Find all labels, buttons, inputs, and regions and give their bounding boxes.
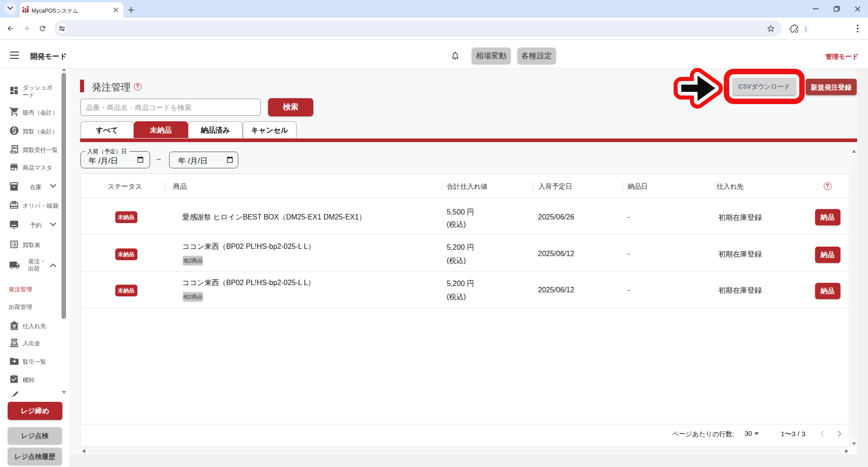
- svg-text:M: M: [13, 324, 16, 329]
